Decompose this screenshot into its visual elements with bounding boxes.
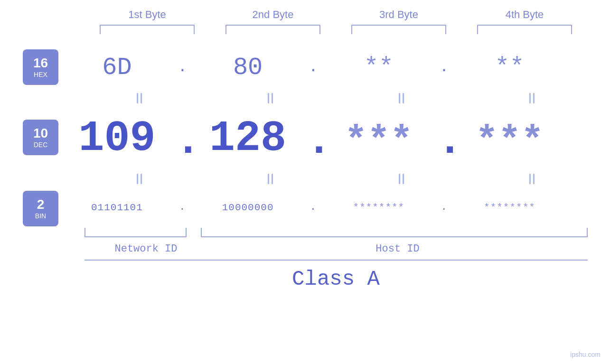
hex-byte3: ** <box>327 54 431 82</box>
hex-dot2: . <box>306 56 320 79</box>
dec-byte3: *** <box>327 120 431 163</box>
top-brackets <box>84 25 588 34</box>
dec-values-grid: 109 . 128 . *** . *** <box>62 114 565 163</box>
eq2-cell4 <box>480 172 584 186</box>
hex-values-grid: 6D . 80 . ** . ** <box>62 54 565 82</box>
dec-dot3: . <box>437 120 451 163</box>
main-container: 1st Byte 2nd Byte 3rd Byte 4th Byte 16 H… <box>0 0 610 364</box>
header-byte4: 4th Byte <box>472 9 577 21</box>
hex-badge: 16 HEX <box>23 49 58 85</box>
dec-byte4: *** <box>457 120 562 163</box>
hex-dot1: . <box>175 56 189 79</box>
bin-dot2: . <box>306 197 320 218</box>
bin-badge-number: 2 <box>37 198 45 211</box>
dec-badge-number: 10 <box>33 127 48 140</box>
bin-badge: 2 BIN <box>23 191 58 226</box>
dec-badge: 10 DEC <box>23 120 58 155</box>
dec-byte2: 128 <box>196 114 300 163</box>
bin-row: 2 BIN 01101101 . 10000000 . ******** . *… <box>0 191 610 224</box>
hex-row: 16 HEX 6D . 80 . ** . ** <box>0 48 610 86</box>
bracket-top-1 <box>100 25 195 34</box>
bracket-top-4 <box>477 25 572 34</box>
bin-values-grid: 01101101 . 10000000 . ******** . *******… <box>62 197 565 218</box>
eq1-cell3 <box>349 92 453 105</box>
hex-byte1: 6D <box>65 54 169 82</box>
class-label: Class A <box>292 267 380 291</box>
id-labels-row: Network ID Host ID <box>84 243 588 255</box>
eq2-cell2 <box>218 172 323 186</box>
equals-row-1 <box>84 91 588 105</box>
bin-badge-label: BIN <box>35 212 46 220</box>
bin-byte1: 01101101 <box>65 202 169 213</box>
hex-badge-number: 16 <box>33 56 48 70</box>
dec-byte1: 109 <box>65 114 169 163</box>
dec-badge-label: DEC <box>34 141 48 149</box>
bracket-network-id <box>84 228 187 237</box>
eq1-cell1 <box>87 92 192 105</box>
bracket-host-id <box>201 228 588 237</box>
class-row: Class A <box>84 267 588 291</box>
watermark: ipshu.com <box>570 351 601 358</box>
bin-byte4: ******** <box>457 202 562 213</box>
header-byte1: 1st Byte <box>95 9 199 21</box>
equals-row-2 <box>84 172 588 186</box>
dec-dot1: . <box>175 120 189 163</box>
full-bottom-line <box>84 260 588 261</box>
hex-byte4: ** <box>457 54 562 82</box>
bin-byte3: ******** <box>327 202 431 213</box>
hex-byte2: 80 <box>196 54 300 82</box>
hex-badge-label: HEX <box>34 71 47 78</box>
host-id-label: Host ID <box>208 243 588 255</box>
bin-dot3: . <box>437 197 451 218</box>
eq2-cell1 <box>87 172 192 186</box>
header-byte3: 3rd Byte <box>347 9 451 21</box>
bracket-top-3 <box>351 25 446 34</box>
bracket-top-2 <box>225 25 320 34</box>
bin-dot1: . <box>175 197 189 218</box>
bin-byte2: 10000000 <box>196 202 300 213</box>
dec-dot2: . <box>306 120 320 163</box>
eq2-cell3 <box>349 172 453 186</box>
bottom-brackets-row <box>84 228 588 241</box>
header-byte2: 2nd Byte <box>221 9 325 21</box>
hex-dot3: . <box>437 56 451 79</box>
dec-row: 10 DEC 109 . 128 . *** . *** <box>0 110 610 167</box>
eq1-cell2 <box>218 92 323 105</box>
network-id-label: Network ID <box>84 243 208 255</box>
eq1-cell4 <box>480 92 584 105</box>
byte-headers: 1st Byte 2nd Byte 3rd Byte 4th Byte <box>84 9 588 21</box>
